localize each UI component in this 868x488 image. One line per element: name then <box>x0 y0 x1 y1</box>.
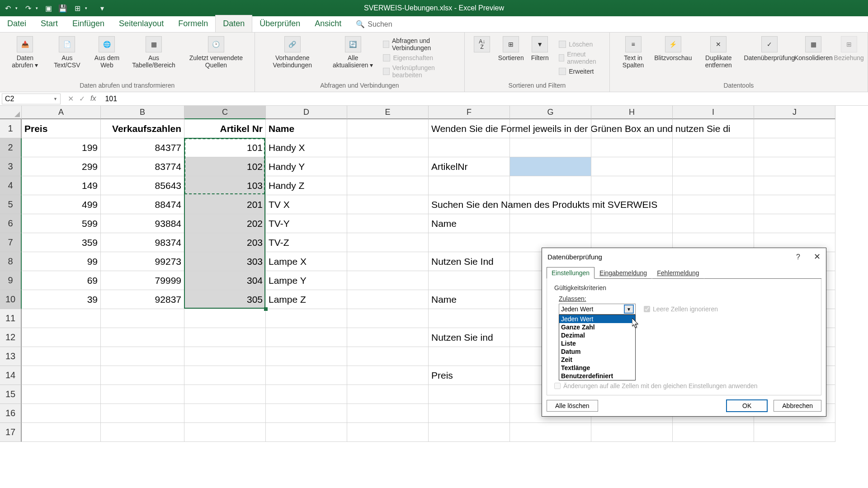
cell[interactable] <box>673 138 754 157</box>
combo-option[interactable]: Ganze Zahl <box>559 323 635 331</box>
cell[interactable] <box>266 309 347 328</box>
datenueberpruefung-button[interactable]: ✓Datenüberprüfung <box>745 34 793 81</box>
aus-tabelle-button[interactable]: ▦Aus Tabelle/Bereich <box>128 34 179 81</box>
cell[interactable]: Handy Z <box>266 176 347 195</box>
cell[interactable]: 93884 <box>101 214 184 233</box>
enter-icon[interactable]: ✓ <box>79 94 85 103</box>
cell[interactable] <box>754 119 835 138</box>
row-header-17[interactable]: 17 <box>0 423 22 442</box>
cell[interactable] <box>347 423 429 442</box>
cell[interactable] <box>754 138 835 157</box>
erneut-button[interactable]: Erneut anwenden <box>559 51 602 65</box>
col-header-J[interactable]: J <box>754 106 835 119</box>
col-header-F[interactable]: F <box>429 106 510 119</box>
cell[interactable]: 39 <box>22 290 101 309</box>
fill-handle[interactable] <box>264 307 268 311</box>
row-header-15[interactable]: 15 <box>0 385 22 404</box>
cell[interactable] <box>429 423 510 442</box>
eigenschaften-button[interactable]: Eigenschaften <box>383 54 457 61</box>
col-header-A[interactable]: A <box>22 106 101 119</box>
cell[interactable]: 305 <box>184 290 266 309</box>
cell[interactable] <box>347 119 429 138</box>
cell[interactable] <box>22 309 101 328</box>
cell[interactable] <box>510 214 591 233</box>
select-all-corner[interactable] <box>0 106 22 119</box>
cell[interactable]: 69 <box>22 271 101 290</box>
duplikate-button[interactable]: ✕Duplikate entfernen <box>693 34 744 81</box>
cell[interactable]: Handy Y <box>266 157 347 176</box>
cell[interactable] <box>347 385 429 404</box>
cell[interactable] <box>22 366 101 385</box>
combo-option[interactable]: Liste <box>559 339 635 347</box>
cell[interactable]: 202 <box>184 214 266 233</box>
filtern-button[interactable]: ▼Filtern <box>526 34 553 81</box>
tab-daten[interactable]: Daten <box>215 15 252 32</box>
sortieren-button[interactable]: ⊞Sortieren <box>497 34 524 81</box>
cell[interactable]: 83774 <box>101 157 184 176</box>
cell[interactable]: 599 <box>22 214 101 233</box>
cell[interactable] <box>591 423 673 442</box>
cell[interactable]: Handy X <box>266 138 347 157</box>
close-icon[interactable]: ✕ <box>814 252 821 261</box>
row-header-13[interactable]: 13 <box>0 347 22 366</box>
cell[interactable] <box>347 271 429 290</box>
cell[interactable] <box>101 328 184 347</box>
cell[interactable] <box>347 195 429 214</box>
camera-icon[interactable]: ▣ <box>44 4 52 12</box>
cell[interactable]: 102 <box>184 157 266 176</box>
cell[interactable] <box>184 423 266 442</box>
col-header-C[interactable]: C <box>184 106 266 119</box>
cell[interactable] <box>184 404 266 423</box>
row-header-5[interactable]: 5 <box>0 195 22 214</box>
cell[interactable]: Name <box>266 119 347 138</box>
combo-option[interactable]: Dezimal <box>559 331 635 339</box>
verknuepfungen-button[interactable]: Verknüpfungen bearbeiten <box>383 64 457 79</box>
row-header-9[interactable]: 9 <box>0 271 22 290</box>
cell[interactable] <box>754 423 835 442</box>
cell[interactable] <box>347 309 429 328</box>
cell[interactable]: TV X <box>266 195 347 214</box>
cell[interactable] <box>101 347 184 366</box>
cell[interactable] <box>347 404 429 423</box>
combo-option[interactable]: Benutzerdefiniert <box>559 372 635 380</box>
col-header-B[interactable]: B <box>101 106 184 119</box>
cell[interactable]: 98374 <box>101 233 184 252</box>
col-header-H[interactable]: H <box>591 106 673 119</box>
ok-button[interactable]: OK <box>726 400 767 412</box>
col-header-I[interactable]: I <box>673 106 754 119</box>
row-header-3[interactable]: 3 <box>0 157 22 176</box>
row-header-10[interactable]: 10 <box>0 290 22 309</box>
cell[interactable] <box>429 271 510 290</box>
beziehung-button[interactable]: ⊞Beziehung <box>834 34 864 81</box>
cell[interactable] <box>347 290 429 309</box>
cell[interactable] <box>347 233 429 252</box>
cell[interactable]: 299 <box>22 157 101 176</box>
cell[interactable] <box>673 214 754 233</box>
aus-textcsv-button[interactable]: 📄Aus Text/CSV <box>48 34 86 81</box>
cell[interactable] <box>754 176 835 195</box>
cell[interactable]: 84377 <box>101 138 184 157</box>
cell[interactable] <box>22 423 101 442</box>
cell[interactable]: ArtikelNr <box>429 157 510 176</box>
cell[interactable]: Suchen Sie den Namen des Produkts mit SV… <box>429 195 510 214</box>
cell[interactable] <box>347 138 429 157</box>
cell[interactable] <box>22 328 101 347</box>
daten-abrufen-button[interactable]: 📥Daten abrufen ▾ <box>4 34 47 81</box>
cell[interactable] <box>510 119 591 138</box>
cell[interactable] <box>754 195 835 214</box>
cell[interactable]: TV-Y <box>266 214 347 233</box>
tab-formeln[interactable]: Formeln <box>171 15 215 32</box>
row-header-4[interactable]: 4 <box>0 176 22 195</box>
allow-combo[interactable]: Jeden Wert▼ Jeden WertGanze ZahlDezimalL… <box>559 304 636 314</box>
cell[interactable]: Preis <box>22 119 101 138</box>
tab-ansicht[interactable]: Ansicht <box>307 15 349 32</box>
cell[interactable] <box>101 309 184 328</box>
alle-aktualisieren-button[interactable]: 🔄Alle aktualisieren ▾ <box>328 34 377 81</box>
cell[interactable] <box>591 195 673 214</box>
cell[interactable] <box>22 385 101 404</box>
tab-ueberpruefen[interactable]: Überprüfen <box>252 15 307 32</box>
fx-icon[interactable]: fx <box>90 94 96 103</box>
cell[interactable]: 201 <box>184 195 266 214</box>
cell[interactable]: 149 <box>22 176 101 195</box>
cell[interactable] <box>266 328 347 347</box>
